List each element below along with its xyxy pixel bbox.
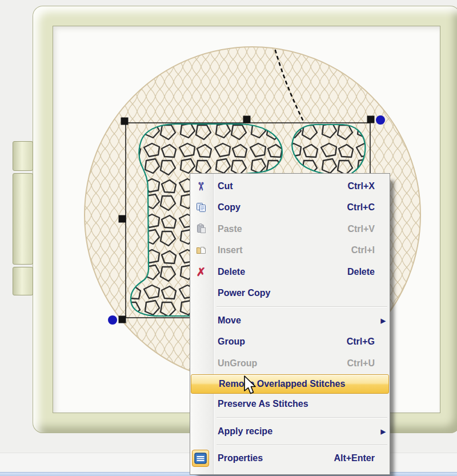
menu-item-insert[interactable]: Insert Ctrl+I: [190, 240, 390, 262]
menu-item-preserve-as-stitches[interactable]: Preserve As Stitches: [190, 394, 390, 415]
menu-item-label: Apply recipe: [218, 426, 272, 437]
scissors-icon: ✂: [195, 180, 207, 193]
menu-item-shortcut: Ctrl+X: [347, 181, 375, 191]
menu-item-copy[interactable]: Copy Ctrl+C: [190, 197, 390, 219]
copy-icon: [195, 201, 207, 214]
menu-item-shortcut: Alt+Enter: [334, 453, 375, 463]
menu-item-cut[interactable]: ✂ Cut Ctrl+X: [190, 175, 390, 197]
submenu-arrow-icon: ▶: [381, 317, 386, 324]
delete-x-icon: ✗: [195, 266, 207, 278]
selection-handle-top-middle[interactable]: [243, 116, 251, 123]
menu-item-label: Remove Overlapped Stitches: [219, 379, 345, 389]
menu-item-shortcut: Ctrl+V: [347, 224, 375, 234]
properties-icon: [194, 453, 207, 464]
selection-handle-top-left[interactable]: [121, 118, 129, 125]
menu-item-power-copy[interactable]: Power Copy: [190, 283, 390, 305]
submenu-arrow-icon: ▶: [381, 427, 386, 435]
selection-handle-bottom-left[interactable]: [119, 316, 126, 323]
menu-item-label: Paste: [218, 224, 242, 234]
selection-handle-top-right[interactable]: [367, 116, 375, 123]
menu-item-label: Insert: [218, 245, 243, 255]
menu-item-label: Group: [218, 337, 245, 347]
menu-item-properties[interactable]: Properties Alt+Enter: [190, 448, 390, 470]
menu-item-apply-recipe[interactable]: Apply recipe ▶: [190, 421, 390, 442]
context-menu: ✂ Cut Ctrl+X Copy Ctrl+C Paste Ctrl+V: [190, 173, 390, 475]
menu-item-remove-overlapped-stitches[interactable]: Remove Overlapped Stitches: [191, 374, 389, 394]
menu-item-shortcut: Ctrl+I: [351, 245, 375, 255]
menu-item-label: Move: [218, 315, 241, 326]
insert-icon: [195, 244, 207, 257]
menu-item-shortcut: Ctrl+U: [347, 358, 375, 369]
menu-item-paste[interactable]: Paste Ctrl+V: [190, 218, 390, 240]
menu-item-shortcut: Delete: [347, 267, 375, 277]
properties-icon-highlight: [192, 450, 209, 467]
menu-separator: [217, 442, 387, 448]
menu-item-label: Preserve As Stitches: [218, 399, 308, 409]
menu-item-label: Properties: [218, 453, 263, 463]
menu-item-move[interactable]: Move ▶: [190, 310, 390, 331]
menu-item-label: UnGroup: [218, 358, 257, 369]
menu-item-label: Copy: [218, 202, 240, 213]
menu-item-label: Power Copy: [218, 288, 270, 298]
menu-separator: [217, 415, 387, 421]
menu-item-shortcut: Ctrl+C: [347, 202, 375, 213]
stitch-marker-top-right[interactable]: [376, 115, 385, 125]
paste-icon: [195, 223, 207, 235]
menu-separator: [217, 304, 387, 310]
menu-item-label: Delete: [218, 267, 245, 277]
mouse-cursor-icon: [244, 375, 259, 396]
selection-handle-left-middle[interactable]: [119, 215, 126, 223]
menu-item-group[interactable]: Group Ctrl+G: [190, 331, 390, 353]
menu-item-delete[interactable]: ✗ Delete Delete: [190, 261, 390, 283]
menu-item-ungroup[interactable]: UnGroup Ctrl+U: [190, 353, 390, 374]
menu-item-shortcut: Ctrl+G: [347, 337, 375, 347]
menu-item-label: Cut: [218, 181, 233, 191]
stitch-marker-bottom-left[interactable]: [108, 315, 117, 325]
